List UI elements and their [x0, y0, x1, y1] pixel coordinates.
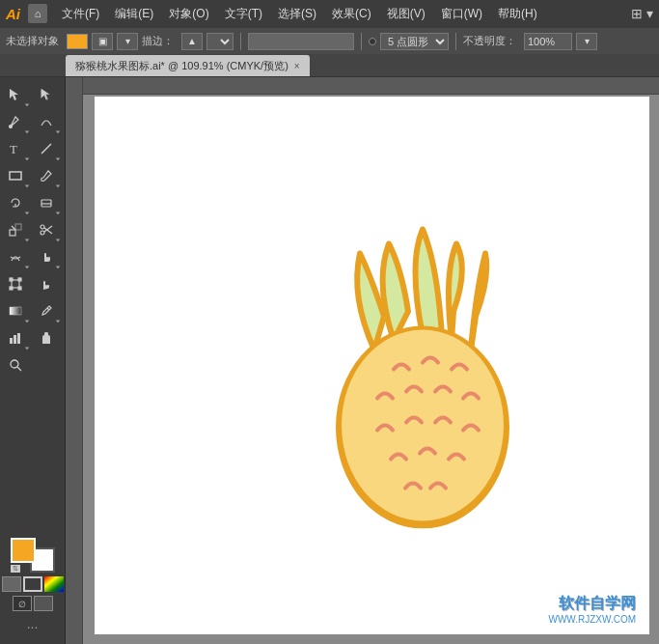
- more-tools[interactable]: ···: [27, 619, 39, 634]
- type-tool[interactable]: T: [0, 135, 31, 162]
- divider-1: [240, 33, 241, 50]
- graph-tool[interactable]: [0, 324, 31, 351]
- menu-view[interactable]: 视图(V): [380, 4, 432, 24]
- menu-right: ⊞ ▾: [631, 6, 653, 21]
- chevron-down-icon: ▾: [125, 36, 130, 46]
- variable-input[interactable]: [248, 33, 354, 50]
- home-button[interactable]: ⌂: [28, 4, 47, 23]
- document-tab[interactable]: 猕猴桃水果图标.ai* @ 109.91% (CMYK/预览) ×: [66, 55, 310, 76]
- paintbrush-tool[interactable]: [31, 162, 62, 189]
- menu-object[interactable]: 对象(O): [162, 4, 215, 24]
- stroke-mode-btn[interactable]: [23, 576, 42, 592]
- menu-help[interactable]: 帮助(H): [491, 4, 544, 24]
- none-color-btn[interactable]: ∅: [13, 596, 32, 611]
- type-arrow-icon: [25, 156, 29, 160]
- tool-arrow-icon: [25, 102, 29, 106]
- svg-point-13: [41, 225, 44, 229]
- tab-close-button[interactable]: ×: [294, 61, 300, 71]
- line-tool[interactable]: [31, 135, 62, 162]
- tool-row-5: [0, 189, 65, 216]
- hand-arrow-icon: [56, 265, 60, 268]
- menu-effect[interactable]: 效果(C): [325, 4, 378, 24]
- menu-file[interactable]: 文件(F): [55, 4, 106, 24]
- fill-swatch[interactable]: [67, 34, 88, 49]
- svg-line-22: [47, 308, 49, 310]
- svg-rect-6: [10, 172, 21, 180]
- pan-tool[interactable]: [31, 324, 62, 351]
- free-transform-tool[interactable]: [0, 270, 31, 297]
- brush-arrow-icon: [56, 183, 60, 187]
- menu-edit[interactable]: 编辑(E): [108, 4, 160, 24]
- canvas-area: 软件自学网 WWW.RJZXW.COM: [66, 77, 659, 644]
- menu-items: 文件(F) 编辑(E) 对象(O) 文字(T) 选择(S) 效果(C) 视图(V…: [55, 4, 544, 24]
- curvature-tool[interactable]: [31, 108, 62, 135]
- svg-text:T: T: [10, 142, 17, 156]
- opacity-input[interactable]: [524, 33, 572, 50]
- svg-rect-20: [18, 287, 21, 290]
- tool-row-zoom: [0, 351, 65, 378]
- curve-arrow-icon: [56, 129, 60, 133]
- tool-row-2: [0, 108, 65, 135]
- direct-select-tool[interactable]: [31, 81, 62, 108]
- stroke-up-btn[interactable]: ▲: [181, 33, 203, 50]
- dropper-arrow-icon: [56, 319, 60, 322]
- rectangle-tool[interactable]: [0, 162, 31, 189]
- pineapple-artwork[interactable]: [297, 200, 548, 531]
- svg-rect-17: [10, 278, 13, 281]
- tab-title: 猕猴桃水果图标.ai* @ 109.91% (CMYK/预览): [75, 59, 288, 73]
- grab-tool[interactable]: [31, 270, 62, 297]
- stroke-select[interactable]: [206, 33, 233, 50]
- svg-rect-19: [10, 287, 13, 290]
- fill-none-btn[interactable]: ▣: [92, 33, 113, 50]
- toolbox-bottom: ⇅ ∅ ···: [2, 532, 64, 640]
- graph-arrow-icon: [25, 346, 29, 350]
- rotate-tool[interactable]: [0, 189, 31, 216]
- stroke-label: 描边：: [142, 34, 174, 48]
- scissors-arrow-icon: [56, 238, 60, 241]
- svg-rect-25: [17, 333, 20, 344]
- gradient-tool[interactable]: [0, 297, 31, 324]
- svg-marker-2: [41, 89, 49, 99]
- tool-row-10: [0, 324, 65, 351]
- scale-tool[interactable]: [0, 216, 31, 243]
- swatch-group: ⇅: [11, 538, 55, 573]
- scale-arrow-icon: [25, 238, 29, 241]
- fill-mode-btn[interactable]: [2, 576, 21, 592]
- svg-point-26: [11, 360, 18, 368]
- warp-tool[interactable]: [0, 243, 31, 270]
- color-picker-btn[interactable]: [34, 596, 53, 611]
- menu-window[interactable]: 窗口(W): [434, 4, 489, 24]
- svg-rect-9: [10, 230, 15, 236]
- svg-line-11: [12, 226, 15, 230]
- opacity-dropdown[interactable]: ▾: [576, 33, 597, 50]
- tool-row-6: [0, 216, 65, 243]
- ruler-horizontal: [66, 77, 659, 95]
- menu-select[interactable]: 选择(S): [271, 4, 323, 24]
- canvas-surface[interactable]: 软件自学网 WWW.RJZXW.COM: [95, 97, 649, 634]
- svg-marker-0: [10, 89, 18, 100]
- gradient-mode-btn[interactable]: [44, 576, 64, 592]
- divider-2: [361, 33, 362, 50]
- swap-icon[interactable]: ⇅: [11, 565, 20, 573]
- brush-select[interactable]: 5 点圆形: [380, 33, 449, 50]
- pen-tool[interactable]: [0, 108, 31, 135]
- ai-logo: Ai: [6, 6, 20, 22]
- menu-text[interactable]: 文字(T): [218, 4, 269, 24]
- opacity-label: 不透明度：: [463, 34, 516, 48]
- stroke-dropdown[interactable]: ▾: [117, 33, 138, 50]
- color-tools-row: ∅: [13, 596, 53, 611]
- select-tool[interactable]: [0, 81, 31, 108]
- grid-icon[interactable]: ⊞ ▾: [631, 6, 653, 21]
- svg-point-3: [10, 126, 13, 128]
- foreground-swatch[interactable]: [11, 538, 36, 563]
- tool-row-1: [0, 81, 65, 108]
- zoom-tool[interactable]: [0, 351, 31, 378]
- svg-point-12: [41, 231, 44, 235]
- gradient-arrow-icon: [25, 319, 29, 322]
- hand-tool[interactable]: [31, 243, 62, 270]
- empty-tool: [31, 351, 62, 378]
- eraser-tool[interactable]: [31, 189, 62, 216]
- scissors-tool[interactable]: [31, 216, 62, 243]
- watermark: 软件自学网 WWW.RJZXW.COM: [548, 594, 636, 625]
- eyedropper-tool[interactable]: [31, 297, 62, 324]
